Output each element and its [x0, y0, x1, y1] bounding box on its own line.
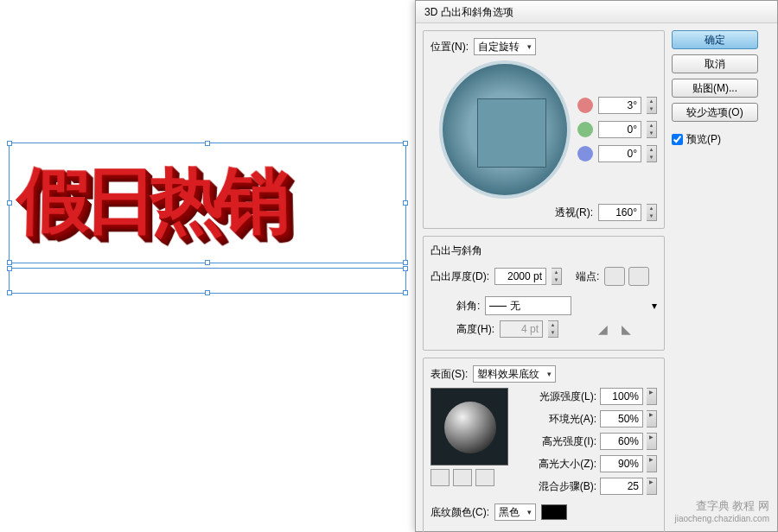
- ok-button[interactable]: 确定: [672, 30, 758, 49]
- spinner[interactable]: ▶: [647, 433, 657, 450]
- dialog-titlebar[interactable]: 3D 凸出和斜角选项: [416, 1, 777, 23]
- resize-handle[interactable]: [7, 266, 12, 271]
- spinner[interactable]: ▲▼: [647, 204, 657, 221]
- move-light-back-icon[interactable]: [453, 469, 472, 486]
- highlight-intensity-input[interactable]: [600, 433, 643, 450]
- resize-handle[interactable]: [7, 260, 12, 265]
- spinner[interactable]: ▶: [647, 410, 657, 428]
- delete-light-icon[interactable]: [475, 469, 494, 486]
- x-rotation-input[interactable]: [598, 97, 641, 114]
- extrude-group-label: 凸出与斜角: [430, 244, 482, 258]
- spinner[interactable]: ▲▼: [647, 121, 657, 138]
- resize-handle[interactable]: [403, 200, 408, 206]
- depth-input[interactable]: [494, 268, 546, 285]
- spinner[interactable]: ▲▼: [552, 268, 562, 285]
- bevel-label: 斜角:: [456, 299, 480, 314]
- blend-steps-input[interactable]: [600, 478, 643, 495]
- perspective-label: 透视(R):: [555, 206, 593, 220]
- spinner[interactable]: ▲▼: [548, 320, 558, 338]
- surface-select[interactable]: 塑料效果底纹: [473, 365, 556, 383]
- spinner[interactable]: ▶: [647, 455, 657, 472]
- resize-handle[interactable]: [403, 141, 408, 146]
- y-axis-icon: [577, 122, 593, 137]
- new-light-icon[interactable]: [430, 469, 450, 486]
- resize-handle[interactable]: [403, 266, 408, 271]
- bevel-preview-icon: [489, 306, 507, 307]
- shaded-sphere-icon: [444, 402, 496, 453]
- z-rotation-input[interactable]: [598, 145, 641, 162]
- highlight-size-label: 高光大小(Z):: [539, 457, 596, 472]
- resize-handle[interactable]: [403, 290, 408, 295]
- resize-handle[interactable]: [205, 260, 210, 265]
- spinner[interactable]: ▶: [647, 478, 657, 495]
- fewer-options-button[interactable]: 较少选项(O): [672, 103, 758, 122]
- shading-color-select[interactable]: 黑色: [494, 504, 536, 521]
- 3d-options-dialog: 3D 凸出和斜角选项 位置(N): 自定旋转 ▲▼: [415, 0, 778, 532]
- ambient-label: 环境光(A):: [549, 412, 596, 427]
- cap-on-icon[interactable]: [604, 267, 625, 286]
- highlight-intensity-label: 高光强度(I):: [542, 434, 596, 449]
- cube-preview: [477, 98, 546, 168]
- highlight-size-input[interactable]: [600, 455, 643, 472]
- x-axis-icon: [577, 98, 593, 113]
- y-rotation-input[interactable]: [598, 121, 641, 138]
- map-button[interactable]: 贴图(M)...: [672, 79, 758, 98]
- resize-handle[interactable]: [205, 290, 210, 295]
- preview-checkbox[interactable]: 预览(P): [672, 132, 758, 147]
- color-swatch[interactable]: [541, 504, 567, 520]
- depth-label: 凸出厚度(D):: [430, 269, 489, 284]
- rotation-trackball[interactable]: [439, 60, 571, 199]
- resize-handle[interactable]: [7, 200, 12, 206]
- light-intensity-input[interactable]: [600, 388, 643, 405]
- selection-bounds: [9, 142, 406, 263]
- perspective-input[interactable]: [598, 204, 641, 221]
- position-select[interactable]: 自定旋转: [474, 38, 536, 55]
- spinner[interactable]: ▲▼: [647, 145, 657, 162]
- resize-handle[interactable]: [205, 141, 210, 146]
- shading-color-label: 底纹颜色(C):: [430, 505, 489, 520]
- resize-handle[interactable]: [7, 141, 12, 146]
- bevel-out-icon[interactable]: ◣: [622, 322, 631, 336]
- position-label: 位置(N):: [430, 40, 469, 54]
- resize-handle[interactable]: [7, 290, 12, 295]
- height-input[interactable]: [500, 320, 543, 338]
- light-intensity-label: 光源强度(L):: [539, 390, 596, 404]
- cancel-button[interactable]: 取消: [672, 54, 758, 73]
- bevel-in-icon[interactable]: ◢: [598, 322, 608, 336]
- ambient-input[interactable]: [600, 410, 643, 428]
- height-label: 高度(H):: [456, 322, 494, 337]
- preview-input[interactable]: [672, 134, 683, 145]
- z-axis-icon: [577, 146, 593, 162]
- selection-bounds-2: [9, 268, 406, 294]
- spinner[interactable]: ▶: [647, 388, 657, 405]
- canvas-area: 假日热销: [0, 0, 415, 532]
- resize-handle[interactable]: [403, 260, 408, 265]
- extrude-group: 凸出与斜角 凸出厚度(D): ▲▼ 端点: 斜角: 无: [423, 236, 665, 351]
- blend-steps-label: 混合步骤(B):: [539, 479, 596, 494]
- surface-group: 表面(S): 塑料效果底纹: [423, 358, 665, 532]
- watermark: 查字典 教程 网 jiaocheng.chazidian.com: [674, 498, 769, 523]
- cap-label: 端点:: [576, 269, 599, 284]
- cap-off-icon[interactable]: [628, 267, 649, 286]
- bevel-select[interactable]: 无: [485, 296, 571, 315]
- spinner[interactable]: ▲▼: [647, 97, 657, 114]
- surface-label: 表面(S):: [430, 367, 468, 382]
- light-preview[interactable]: [430, 388, 508, 466]
- position-group: 位置(N): 自定旋转 ▲▼: [423, 30, 665, 229]
